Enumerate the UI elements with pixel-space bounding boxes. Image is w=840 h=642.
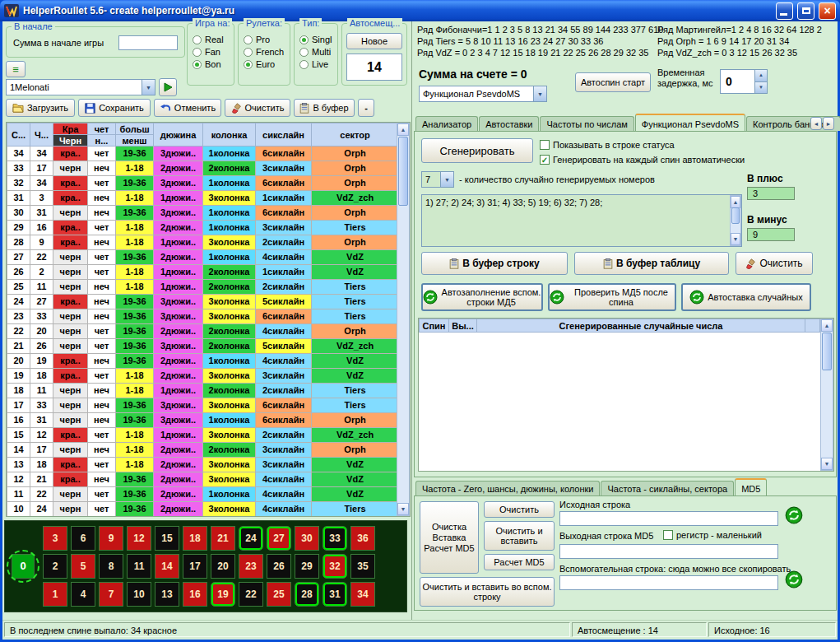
board-number-17[interactable]: 17 bbox=[183, 554, 207, 579]
history-row[interactable]: 1512кра..чет1-181дюжи..3колонка2сиклайнV… bbox=[7, 428, 399, 443]
spins-col-header[interactable] bbox=[805, 319, 820, 333]
board-number-0[interactable]: 0 bbox=[12, 554, 35, 579]
history-col-header[interactable]: дюжина bbox=[154, 123, 203, 147]
history-col-header[interactable]: сектор bbox=[312, 123, 399, 147]
history-row[interactable]: 289кра..неч1-181дюжи..3колонка2сиклайнOr… bbox=[7, 235, 399, 250]
board-number-2[interactable]: 2 bbox=[43, 554, 67, 579]
board-number-19[interactable]: 19 bbox=[211, 582, 235, 607]
radio-dot-icon[interactable] bbox=[299, 48, 309, 57]
board-number-15[interactable]: 15 bbox=[155, 526, 179, 551]
clear-button[interactable]: Очистить bbox=[225, 99, 290, 117]
board-number-11[interactable]: 11 bbox=[127, 554, 151, 579]
scroll-down-icon[interactable]: ▼ bbox=[821, 458, 833, 470]
history-row[interactable]: 2019кра..неч19-362дюжи..1колонка4сиклайн… bbox=[7, 354, 399, 369]
history-row[interactable]: 3434кра..чет19-363дюжи..1колонка6сиклайн… bbox=[7, 147, 399, 161]
board-number-30[interactable]: 30 bbox=[295, 526, 319, 551]
history-row[interactable]: 3031черннеч19-363дюжи..1колонка6сиклайнO… bbox=[7, 206, 399, 221]
board-number-18[interactable]: 18 bbox=[183, 526, 207, 551]
scrollbar-thumb[interactable] bbox=[822, 333, 832, 370]
history-col-header[interactable]: н... bbox=[88, 135, 116, 147]
history-col-header[interactable]: Кра bbox=[53, 123, 88, 135]
generated-scrollbar[interactable]: ▲ ▼ bbox=[730, 195, 741, 246]
board-number-4[interactable]: 4 bbox=[71, 582, 95, 607]
history-row[interactable]: 3234кра..чет19-363дюжи..1колонка6сиклайн… bbox=[7, 176, 399, 191]
count-combobox[interactable]: 7 ▼ bbox=[421, 171, 454, 188]
history-scrollbar[interactable]: ▲ ▼ bbox=[397, 123, 410, 516]
board-number-22[interactable]: 22 bbox=[239, 582, 263, 607]
history-row[interactable]: 1221кра..неч19-362дюжи..3колонка4сиклайн… bbox=[7, 472, 399, 487]
radio-euro[interactable]: Euro bbox=[244, 59, 290, 69]
load-button[interactable]: Загрузить bbox=[6, 99, 75, 117]
history-col-header[interactable]: чет bbox=[88, 123, 116, 135]
history-row[interactable]: 262чернчет1-181дюжи..2колонка1сиклайнVdZ bbox=[7, 265, 399, 280]
tab-анализатор[interactable]: Анализатор bbox=[415, 116, 478, 131]
undo-button[interactable]: Отменить bbox=[154, 99, 221, 117]
history-row[interactable]: 2511черннеч1-181дюжи..2колонка2сиклайнTi… bbox=[7, 280, 399, 295]
preset-combobox[interactable]: 1Melonati ▼ bbox=[6, 79, 155, 95]
board-number-5[interactable]: 5 bbox=[71, 554, 95, 579]
history-row[interactable]: 2333черннеч19-363дюжи..3колонка6сиклайнT… bbox=[7, 309, 399, 324]
output-string-input[interactable] bbox=[559, 544, 778, 559]
new-autoshift-button[interactable]: Новое bbox=[346, 33, 402, 49]
radio-dot-icon[interactable] bbox=[244, 60, 253, 69]
history-row[interactable]: 2126чернчет19-363дюжи..2колонка5сиклайнV… bbox=[7, 339, 399, 354]
scrollbar-thumb[interactable] bbox=[731, 207, 740, 224]
list-button[interactable]: ≡ bbox=[6, 61, 26, 77]
delay-spinner[interactable]: 0 ▲ ▼ bbox=[720, 69, 768, 94]
generated-numbers-box[interactable]: 1) 27; 2) 24; 3) 31; 4) 33; 5) 19; 6) 32… bbox=[421, 194, 742, 247]
chevron-down-icon[interactable]: ▼ bbox=[533, 86, 546, 101]
board-number-36[interactable]: 36 bbox=[350, 526, 375, 551]
register-checkbox[interactable]: регистр - маленький bbox=[663, 530, 762, 540]
checkbox-box[interactable] bbox=[540, 140, 550, 150]
history-row[interactable]: 1918кра..чет1-182дюжи..3колонка3сиклайнV… bbox=[7, 369, 399, 384]
radio-real[interactable]: Real bbox=[193, 35, 234, 44]
radio-multi[interactable]: Multi bbox=[299, 47, 337, 57]
history-row[interactable]: 1417черннеч1-182дюжи..2колонка3сиклайнOr… bbox=[7, 443, 399, 458]
play-button[interactable] bbox=[159, 78, 177, 96]
chevron-down-icon[interactable]: ▼ bbox=[440, 172, 453, 187]
board-number-13[interactable]: 13 bbox=[155, 582, 179, 607]
scroll-up-icon[interactable]: ▲ bbox=[731, 196, 740, 208]
history-col-header[interactable]: Ч... bbox=[30, 123, 53, 147]
spins-scrollbar[interactable]: ▲ ▼ bbox=[820, 319, 833, 471]
board-number-14[interactable]: 14 bbox=[155, 554, 179, 579]
generate-button[interactable]: Сгенерировать bbox=[421, 138, 533, 163]
spins-col-header[interactable]: Сгенерированные случайные числа bbox=[477, 319, 805, 333]
board-number-33[interactable]: 33 bbox=[323, 526, 347, 551]
board-number-32[interactable]: 32 bbox=[323, 554, 347, 579]
radio-bon[interactable]: Bon bbox=[193, 59, 234, 69]
close-button[interactable]: × bbox=[819, 2, 836, 20]
history-row[interactable]: 928чернчет19-363дюжи..1колонка5сиклайнVd… bbox=[7, 517, 399, 518]
buffer-button[interactable]: В буфер bbox=[294, 99, 355, 117]
radio-fan[interactable]: Fan bbox=[193, 47, 234, 57]
history-row[interactable]: 1318кра..чет1-182дюжи..3колонка3сиклайнV… bbox=[7, 458, 399, 472]
functional-combobox[interactable]: Функционал PsevdoMS ▼ bbox=[419, 86, 547, 102]
history-col-header[interactable]: С... bbox=[7, 123, 30, 147]
md5-clear-paste-button[interactable]: Очистить и вставить bbox=[484, 521, 555, 551]
checkbox-box[interactable]: ✓ bbox=[540, 155, 550, 165]
radio-pro[interactable]: Pro bbox=[244, 35, 290, 44]
history-row[interactable]: 3317черннеч1-182дюжи..2колонка3сиклайнOr… bbox=[7, 161, 399, 176]
history-row[interactable]: 1733черннеч19-363дюжи..3колонка6сиклайнT… bbox=[7, 398, 399, 413]
md5-calc-button[interactable]: Расчет MD5 bbox=[484, 554, 555, 570]
autofill-md5-button[interactable]: Автозаполнение вспом. строки МД5 bbox=[421, 283, 543, 311]
generator-clear-button[interactable]: Очистить bbox=[736, 252, 813, 275]
md5-aux-clear-paste-button[interactable]: Очистить и вставить во вспом. строку bbox=[420, 577, 555, 607]
board-number-21[interactable]: 21 bbox=[211, 526, 235, 551]
board-number-27[interactable]: 27 bbox=[267, 526, 291, 551]
board-number-6[interactable]: 6 bbox=[71, 526, 95, 551]
refresh-orb-icon[interactable] bbox=[785, 506, 803, 524]
aux-string-input[interactable] bbox=[559, 575, 778, 590]
history-row[interactable]: 1024чернчет19-362дюжи..3колонка4сиклайнT… bbox=[7, 502, 399, 517]
history-row[interactable]: 313кра..неч1-181дюжи..3колонка1сиклайнVd… bbox=[7, 191, 399, 206]
scroll-up-icon[interactable]: ▲ bbox=[397, 123, 409, 136]
history-col-header[interactable]: сикслайн bbox=[256, 123, 312, 147]
history-row[interactable]: 2220чернчет19-362дюжи..2колонка4сиклайнO… bbox=[7, 324, 399, 339]
checkbox-box[interactable] bbox=[663, 530, 673, 540]
radio-dot-icon[interactable] bbox=[244, 48, 253, 57]
history-row[interactable]: 1811черннеч1-181дюжи..2колонка2сиклайнTi… bbox=[7, 384, 399, 398]
show-in-status-checkbox[interactable]: Показывать в строке статуса bbox=[540, 140, 675, 150]
history-col-header[interactable]: менш bbox=[116, 135, 154, 147]
board-number-23[interactable]: 23 bbox=[239, 554, 263, 579]
board-number-34[interactable]: 34 bbox=[350, 582, 375, 607]
